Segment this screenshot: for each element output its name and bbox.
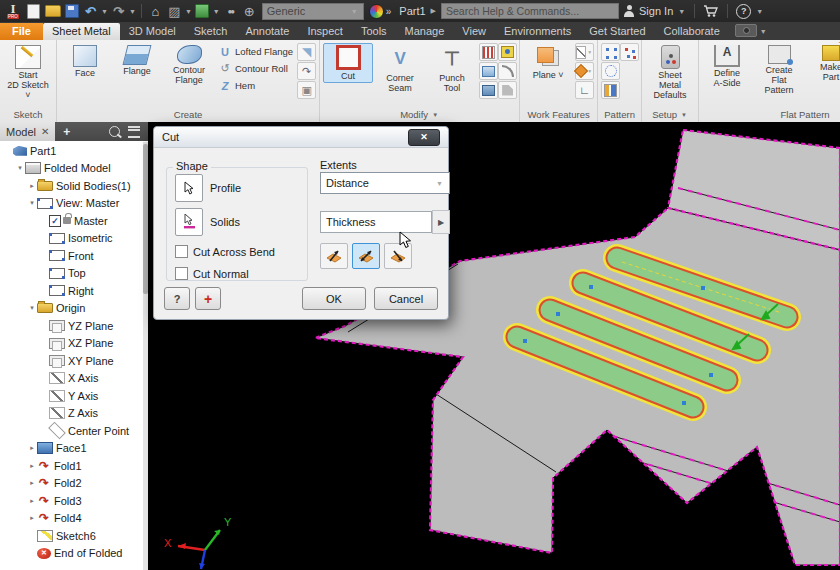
tree-item-y-axis[interactable]: Y Axis bbox=[0, 387, 143, 405]
tab-tools[interactable]: Tools bbox=[352, 23, 396, 40]
circ-pattern-button[interactable] bbox=[601, 62, 620, 80]
expander-icon[interactable]: ▸ bbox=[27, 444, 37, 452]
search-icon[interactable] bbox=[109, 126, 120, 137]
document-switch-icon[interactable]: ▶ bbox=[431, 7, 436, 15]
tree-item-front[interactable]: Front bbox=[0, 247, 143, 265]
menu-icon[interactable] bbox=[128, 126, 140, 138]
search-input[interactable] bbox=[441, 3, 619, 19]
axis-button[interactable]: ▼ bbox=[575, 43, 594, 61]
help-chevron-icon[interactable]: ▼ bbox=[756, 8, 763, 15]
panel-label-create[interactable]: Create bbox=[57, 107, 319, 122]
redo-icon[interactable]: ↷ bbox=[110, 3, 127, 20]
globe-icon[interactable]: ⊕ bbox=[241, 3, 258, 20]
hole-button[interactable] bbox=[498, 43, 517, 61]
corner-round-button[interactable] bbox=[498, 62, 517, 80]
direction-2-button[interactable] bbox=[352, 243, 380, 269]
sign-in-chevron-icon[interactable]: ▼ bbox=[678, 8, 685, 15]
tree-item-fold4[interactable]: ▸↷Fold4 bbox=[0, 510, 143, 528]
expander-icon[interactable]: ▸ bbox=[27, 514, 37, 522]
tab-file[interactable]: File bbox=[0, 23, 43, 40]
distance-value-field[interactable]: Thickness bbox=[320, 211, 432, 233]
dialog-close-button[interactable]: ✕ bbox=[408, 129, 440, 146]
panel-label-setup[interactable]: Setup▼ bbox=[642, 107, 698, 122]
save-icon[interactable] bbox=[63, 3, 80, 20]
help-icon[interactable]: ? bbox=[736, 4, 751, 19]
tree-item-top[interactable]: Top bbox=[0, 265, 143, 283]
tab-3d-model[interactable]: 3D Model bbox=[120, 23, 185, 40]
tree-item-face1[interactable]: ▸Face1 bbox=[0, 440, 143, 458]
expander-icon[interactable]: ▸ bbox=[27, 182, 37, 190]
face-button[interactable]: Face bbox=[60, 43, 110, 80]
open-folder-icon[interactable] bbox=[44, 3, 61, 20]
undo-icon[interactable]: ↶ bbox=[82, 3, 99, 20]
lofted-flange-button[interactable]: ULofted Flange bbox=[216, 43, 295, 60]
tree-item-fold1[interactable]: ▸↷Fold1 bbox=[0, 457, 143, 475]
chevron-down-icon[interactable]: ▼ bbox=[213, 8, 220, 15]
unfold-button[interactable] bbox=[479, 62, 498, 80]
tab-environments[interactable]: Environments bbox=[495, 23, 580, 40]
flange-button[interactable]: Flange bbox=[112, 43, 162, 78]
contour-flange-button[interactable]: Contour Flange bbox=[164, 43, 214, 87]
panel-label-flat-pattern[interactable]: Flat Pattern bbox=[699, 107, 840, 122]
tree-item-sketch6[interactable]: Sketch6 bbox=[0, 527, 143, 545]
sketch-driven-button[interactable] bbox=[620, 43, 639, 61]
expander-icon[interactable]: ▾ bbox=[27, 199, 37, 207]
panel-label-sketch[interactable]: Sketch bbox=[0, 107, 56, 122]
select-material-icon[interactable] bbox=[194, 3, 211, 20]
contour-roll-button[interactable]: ↺Contour Roll bbox=[216, 60, 295, 77]
tree-item-right[interactable]: Right bbox=[0, 282, 143, 300]
sign-in-button[interactable]: Sign In bbox=[639, 5, 673, 17]
new-document-icon[interactable] bbox=[25, 3, 42, 20]
punch-tool-button[interactable]: ⊤Punch Tool bbox=[427, 43, 477, 95]
add-browser-tab-button[interactable]: + bbox=[63, 125, 70, 139]
dialog-help-button[interactable]: ? bbox=[164, 287, 190, 310]
hem-button[interactable]: ZHem bbox=[216, 77, 295, 94]
cut-normal-checkbox[interactable] bbox=[175, 267, 188, 280]
expander-icon[interactable]: ▸ bbox=[27, 479, 37, 487]
tree-item-view-master[interactable]: ▾View: Master bbox=[0, 195, 143, 213]
point-button[interactable]: ▼ bbox=[575, 62, 594, 80]
plane-button[interactable]: Plane ˅ bbox=[523, 43, 573, 82]
tab-inspect[interactable]: Inspect bbox=[298, 23, 351, 40]
expander-icon[interactable]: ▸ bbox=[27, 462, 37, 470]
rip-button[interactable] bbox=[479, 43, 498, 61]
chevron-down-icon[interactable]: ▼ bbox=[129, 8, 136, 15]
home-icon[interactable]: ⌂ bbox=[147, 3, 164, 20]
material-preset-dropdown[interactable]: Generic ▼ bbox=[262, 3, 364, 20]
value-flyout-button[interactable]: ▶ bbox=[432, 210, 450, 234]
tree-item-fold2[interactable]: ▸↷Fold2 bbox=[0, 475, 143, 493]
tree-item-solid-bodies-1[interactable]: ▸Solid Bodies(1) bbox=[0, 177, 143, 195]
fold-button[interactable]: ↷ bbox=[297, 62, 316, 80]
expander-icon[interactable]: ▾ bbox=[27, 304, 37, 312]
cancel-button[interactable]: Cancel bbox=[374, 287, 438, 310]
profile-select-button[interactable] bbox=[175, 174, 203, 202]
toolbar-overflow-icon[interactable]: » bbox=[386, 6, 392, 17]
tree-item-folded-model[interactable]: ▾Folded Model bbox=[0, 160, 143, 178]
expander-icon[interactable]: ▸ bbox=[27, 497, 37, 505]
corner-chamfer-button[interactable] bbox=[498, 81, 517, 99]
panel-label-modify[interactable]: Modify▼ bbox=[320, 107, 519, 122]
mirror-button[interactable] bbox=[601, 81, 620, 99]
rect-pattern-button[interactable] bbox=[601, 43, 620, 61]
camera-chevron-icon[interactable]: ▼ bbox=[760, 28, 767, 35]
visibility-checkbox[interactable]: ✓ bbox=[49, 215, 61, 227]
tree-item-xz-plane[interactable]: XZ Plane bbox=[0, 335, 143, 353]
tab-collaborate[interactable]: Collaborate bbox=[655, 23, 729, 40]
tab-get-started[interactable]: Get Started bbox=[580, 23, 654, 40]
expander-icon[interactable]: ▾ bbox=[15, 164, 25, 172]
tree-item-yz-plane[interactable]: YZ Plane bbox=[0, 317, 143, 335]
tab-sketch[interactable]: Sketch bbox=[185, 23, 237, 40]
dialog-title-bar[interactable]: Cut ✕ bbox=[154, 127, 448, 148]
cut-across-bend-checkbox[interactable] bbox=[175, 245, 188, 258]
render-style-icon[interactable]: ▨ bbox=[166, 3, 183, 20]
create-flat-pattern-button[interactable]: Create Flat Pattern bbox=[754, 43, 804, 97]
cart-icon[interactable] bbox=[703, 5, 719, 18]
bend-button[interactable]: ◥ bbox=[297, 43, 316, 61]
ok-button[interactable]: OK bbox=[302, 287, 366, 310]
chevron-down-icon[interactable]: ▼ bbox=[101, 8, 108, 15]
camera-icon[interactable] bbox=[735, 24, 757, 37]
derive-button[interactable]: ▣ bbox=[297, 81, 316, 99]
chevron-down-icon[interactable]: ▼ bbox=[185, 8, 192, 15]
panel-label-pattern[interactable]: Pattern bbox=[598, 107, 641, 122]
direction-1-button[interactable] bbox=[320, 243, 348, 269]
